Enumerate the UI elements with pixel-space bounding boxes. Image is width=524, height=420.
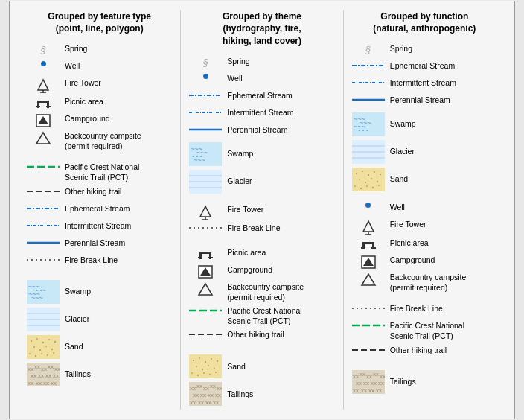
svg-text:xx: xx bbox=[208, 392, 214, 398]
symbol-line-pct bbox=[26, 162, 60, 171]
legend-label: Glacier bbox=[65, 314, 173, 325]
symbol-texture-tailings: xxxxxxxxxxxxxxxxxxxxxxxxxx bbox=[26, 363, 60, 386]
symbol-texture-glacier bbox=[351, 140, 386, 164]
legend-label: Campground bbox=[65, 114, 173, 124]
legend-label: Spring bbox=[390, 44, 498, 54]
spacer bbox=[26, 155, 173, 162]
svg-text:xx: xx bbox=[213, 399, 219, 406]
symbol-texture-sand bbox=[26, 335, 60, 359]
symbol-picnic bbox=[26, 97, 60, 110]
symbol-well bbox=[351, 203, 386, 208]
svg-point-132 bbox=[354, 185, 356, 187]
list-item: Well bbox=[188, 74, 335, 87]
legend-label: Fire Tower bbox=[390, 220, 498, 230]
svg-text:xx: xx bbox=[190, 399, 196, 406]
list-item: Intermittent Stream bbox=[188, 108, 335, 121]
spacer bbox=[188, 347, 335, 354]
svg-text:xx: xx bbox=[368, 387, 374, 394]
symbol-line-hiking bbox=[351, 346, 386, 354]
symbol-campground bbox=[188, 265, 223, 279]
list-item: xxxxxxxxxxxxxxxxxxxxxxxxxxTailings bbox=[26, 363, 173, 386]
list-item: Glacier bbox=[26, 308, 173, 331]
legend-label: Intermittent Stream bbox=[390, 78, 498, 89]
legend-label: Well bbox=[390, 203, 498, 213]
legend-label: Fire Break Line bbox=[227, 223, 335, 234]
legend-label: Other hiking trail bbox=[390, 346, 498, 356]
legend-label: Swamp bbox=[65, 287, 173, 297]
svg-point-94 bbox=[209, 374, 211, 375]
legend-label: Swamp bbox=[227, 149, 335, 159]
list-item: Fire Break Line bbox=[188, 223, 335, 237]
svg-point-33 bbox=[39, 349, 41, 350]
svg-point-35 bbox=[51, 348, 53, 349]
svg-point-95 bbox=[215, 372, 217, 373]
svg-point-131 bbox=[376, 181, 377, 182]
svg-text:xx: xx bbox=[28, 366, 33, 372]
legend-label: Swamp bbox=[390, 119, 498, 130]
svg-text:xx: xx bbox=[53, 372, 59, 379]
svg-text:xx: xx bbox=[376, 387, 382, 394]
column-2: Grouped by function (natural, anthropoge… bbox=[344, 10, 505, 410]
list-item: ~~~~~~~~~~~~Swamp bbox=[351, 112, 498, 136]
svg-point-31 bbox=[54, 340, 56, 342]
legend-label: Spring bbox=[65, 44, 173, 54]
list-item: Campground bbox=[351, 255, 498, 269]
svg-text:xx: xx bbox=[215, 392, 221, 398]
list-item: §Spring bbox=[188, 57, 335, 70]
list-item: Picnic area bbox=[188, 248, 335, 261]
symbol-line-hiking bbox=[188, 330, 223, 339]
svg-point-32 bbox=[33, 346, 35, 348]
legend-label: Picnic area bbox=[390, 238, 498, 249]
svg-point-134 bbox=[366, 185, 368, 187]
svg-point-38 bbox=[41, 353, 42, 354]
list-item: xxxxxxxxxxxxxxxxxxxxxxxxxxTailings bbox=[188, 382, 335, 406]
symbol-backcountry bbox=[351, 273, 386, 287]
svg-point-133 bbox=[360, 188, 361, 189]
svg-point-37 bbox=[35, 354, 36, 356]
svg-text:xx: xx bbox=[210, 383, 216, 389]
svg-rect-26 bbox=[27, 335, 60, 359]
legend-label: Pacific Crest National Scenic Trail (PCT… bbox=[227, 306, 335, 326]
svg-marker-67 bbox=[200, 206, 211, 217]
svg-point-27 bbox=[31, 340, 32, 341]
symbol-well bbox=[26, 61, 60, 66]
legend-label: Ephemeral Stream bbox=[390, 61, 498, 71]
list-item: Fire Tower bbox=[26, 78, 173, 93]
column-1: Grouped by theme (hydrography, fire, hik… bbox=[181, 10, 343, 410]
symbol-texture-sand bbox=[351, 168, 386, 191]
svg-marker-147 bbox=[362, 274, 375, 285]
symbol-line-pct bbox=[351, 321, 386, 330]
list-item: §Spring bbox=[26, 44, 173, 57]
list-item: Glacier bbox=[188, 170, 335, 194]
svg-point-93 bbox=[203, 372, 205, 374]
legend-label: Backcountry campsite (permit required) bbox=[65, 131, 173, 151]
svg-rect-6 bbox=[36, 106, 40, 107]
list-item: Perennial Stream bbox=[351, 95, 498, 109]
list-item: Sand bbox=[351, 168, 498, 191]
svg-point-84 bbox=[205, 361, 206, 363]
svg-point-130 bbox=[371, 178, 372, 179]
symbol-spring: § bbox=[26, 44, 60, 55]
symbol-campground bbox=[26, 114, 60, 127]
legend-label: Glacier bbox=[390, 147, 498, 157]
spacer bbox=[351, 296, 498, 304]
legend-label: Perennial Stream bbox=[65, 238, 173, 249]
svg-point-125 bbox=[367, 174, 368, 176]
svg-point-86 bbox=[217, 360, 218, 362]
list-item: §Spring bbox=[351, 44, 498, 57]
symbol-line-firebreak bbox=[26, 255, 60, 264]
svg-rect-122 bbox=[352, 168, 385, 191]
svg-point-83 bbox=[199, 357, 200, 359]
symbol-well bbox=[188, 74, 223, 79]
svg-point-123 bbox=[355, 173, 357, 174]
svg-text:xx: xx bbox=[373, 371, 379, 378]
svg-text:xx: xx bbox=[371, 380, 377, 386]
list-item: Backcountry campsite (permit required) bbox=[188, 282, 335, 302]
legend-label: Perennial Stream bbox=[390, 95, 498, 106]
svg-text:xx: xx bbox=[43, 380, 49, 386]
svg-point-36 bbox=[29, 353, 31, 354]
legend-label: Pacific Crest National Scenic Trail (PCT… bbox=[65, 162, 173, 182]
list-item: ~~~~~~~~~~~~Swamp bbox=[26, 280, 173, 304]
legend-label: Other hiking trail bbox=[65, 187, 173, 197]
svg-point-34 bbox=[45, 346, 47, 347]
